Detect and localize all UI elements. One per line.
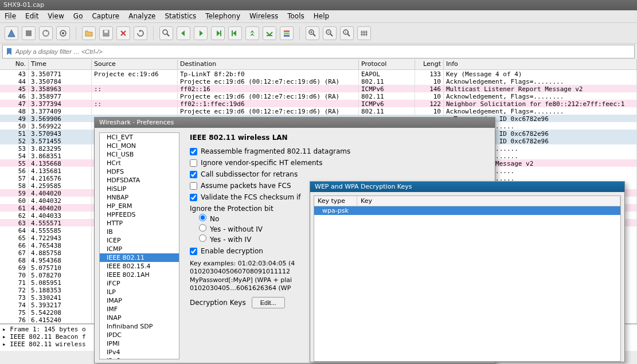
cb-enable-decryption[interactable] <box>190 248 197 255</box>
menu-statistics[interactable]: Statistics <box>165 12 196 21</box>
protocol-item[interactable]: IEEE 802.1AH <box>100 271 179 279</box>
packet-row[interactable]: 443.350784Projecte_ec:19:d6 (00:12:e7:ec… <box>0 77 637 85</box>
filter-bookmark-icon[interactable] <box>5 48 13 56</box>
protocol-item[interactable]: HPFEEDS <box>100 210 179 219</box>
protocol-item[interactable]: IPMI <box>100 339 179 348</box>
save-file-icon[interactable] <box>99 26 113 40</box>
svg-point-6 <box>163 30 167 34</box>
find-icon[interactable] <box>159 26 173 40</box>
menu-wireless[interactable]: Wireless <box>249 12 278 21</box>
svg-line-15 <box>313 34 315 36</box>
keys-col-key[interactable]: Key <box>357 196 620 206</box>
protocol-item[interactable]: IPv6 <box>100 357 179 359</box>
menu-go[interactable]: Go <box>73 12 83 21</box>
col-header-destination[interactable]: Destination <box>178 60 359 69</box>
preferences-titlebar: Wireshark · Preferences <box>95 118 495 128</box>
go-to-packet-icon[interactable] <box>211 26 225 40</box>
decryption-keys-dialog: WEP and WPA Decryption Keys Key type Key… <box>310 181 625 362</box>
radio-protection-no[interactable] <box>199 214 206 221</box>
protocol-item[interactable]: HCI_MON <box>100 142 179 150</box>
keys-row-type: wpa-psk <box>314 206 357 215</box>
protocol-item[interactable]: HCI_USB <box>100 150 179 159</box>
protocol-item[interactable]: IPv4 <box>100 348 179 357</box>
protocol-item[interactable]: ILP <box>100 288 179 296</box>
cb-subdissector[interactable] <box>190 171 197 178</box>
protocol-item[interactable]: iFCP <box>100 279 179 288</box>
menu-help[interactable]: Help <box>314 12 329 21</box>
packet-row[interactable]: 453.358963::ff02::16ICMPv6146Multicast L… <box>0 85 637 92</box>
reload-icon[interactable] <box>134 26 147 40</box>
cb-ignore-ht[interactable] <box>190 159 197 167</box>
protocol-item[interactable]: Infiniband SDP <box>100 322 179 331</box>
decryption-keys-titlebar: WEP and WPA Decryption Keys <box>310 182 624 192</box>
keys-col-type[interactable]: Key type <box>314 196 357 206</box>
capture-stop-icon[interactable] <box>22 26 36 40</box>
resize-columns-icon[interactable] <box>357 26 371 40</box>
protocol-item[interactable]: HTTP <box>100 219 179 228</box>
toolbar: 1:1 <box>0 23 637 44</box>
col-header-protocol[interactable]: Protocol <box>359 60 415 69</box>
menu-tools[interactable]: Tools <box>287 12 304 21</box>
open-file-icon[interactable] <box>82 26 96 40</box>
radio-protection-iv[interactable] <box>199 234 206 242</box>
col-header-length[interactable]: Lengt <box>415 60 444 69</box>
go-forward-icon[interactable] <box>194 26 208 40</box>
menu-analyze[interactable]: Analyze <box>128 12 155 21</box>
col-header-info[interactable]: Info <box>444 60 637 69</box>
colorize-icon[interactable] <box>280 26 294 40</box>
menu-capture[interactable]: Capture <box>92 12 119 21</box>
protocol-item[interactable]: INAP <box>100 314 179 322</box>
radio-protection-noiv[interactable] <box>199 224 206 232</box>
menu-file[interactable]: File <box>5 12 16 21</box>
protocol-item[interactable]: HCrt <box>100 159 179 167</box>
capture-options-icon[interactable] <box>56 26 70 40</box>
cb-validate-fcs[interactable] <box>190 194 197 201</box>
protocol-item[interactable]: HP_ERM <box>100 202 179 210</box>
go-last-icon[interactable] <box>245 26 259 40</box>
menu-view[interactable]: View <box>48 12 64 21</box>
auto-scroll-icon[interactable] <box>263 26 276 40</box>
menu-edit[interactable]: Edit <box>25 12 38 21</box>
col-header-source[interactable]: Source <box>92 60 178 69</box>
protocol-item[interactable]: ICEP <box>100 236 179 245</box>
packet-row[interactable]: 473.377394::ff02::1:ffec:19d6ICMPv6122Ne… <box>0 100 637 107</box>
protocol-item[interactable]: IEEE 802.15.4 <box>100 262 179 271</box>
protocol-item[interactable]: HDFS <box>100 167 179 176</box>
packet-row[interactable]: 433.350771Projecte_ec:19:d6Tp-LinkT_8f:2… <box>0 70 637 77</box>
zoom-reset-icon[interactable]: 1:1 <box>340 26 354 40</box>
edit-keys-button[interactable]: Edit... <box>252 297 285 308</box>
packet-row[interactable]: 463.358977Projecte_ec:19:d6 (00:12:e7:ec… <box>0 92 637 100</box>
protocol-item[interactable]: IMAP <box>100 296 179 305</box>
protocol-item[interactable]: IB <box>100 228 179 236</box>
cb-reassemble[interactable] <box>190 148 197 155</box>
prefs-heading: IEEE 802.11 wireless LAN <box>190 134 487 142</box>
zoom-out-icon[interactable] <box>323 26 337 40</box>
protocol-item[interactable]: IMF <box>100 305 179 314</box>
display-filter-bar <box>2 45 635 58</box>
protocol-item[interactable]: HNBAP <box>100 193 179 202</box>
svg-rect-12 <box>284 33 290 34</box>
svg-point-3 <box>62 32 64 34</box>
packet-row[interactable]: 483.377409Projecte_ec:19:d6 (00:12:e7:ec… <box>0 107 637 115</box>
zoom-in-icon[interactable] <box>306 26 319 40</box>
protocol-item[interactable]: HDFSDATA <box>100 176 179 185</box>
protocol-item[interactable]: ICMP <box>100 245 179 253</box>
menu-telephony[interactable]: Telephony <box>205 12 240 21</box>
window-titlebar: SHX9-01.cap <box>0 0 637 10</box>
capture-start-icon[interactable] <box>5 26 18 40</box>
protocol-item[interactable]: HCI_EVT <box>100 133 179 142</box>
keys-row-key <box>357 206 620 215</box>
protocol-item[interactable]: IPDC <box>100 331 179 339</box>
protocol-item[interactable]: IEEE 802.11 <box>100 253 179 262</box>
capture-restart-icon[interactable] <box>39 26 53 40</box>
col-header-time[interactable]: Time <box>29 60 92 69</box>
cb-assume-fcs[interactable] <box>190 182 197 190</box>
keys-row[interactable]: wpa-psk <box>314 206 620 215</box>
col-header-no[interactable]: No. <box>0 60 29 69</box>
preferences-protocol-list[interactable]: HCI_EVTHCI_MONHCI_USBHCrtHDFSHDFSDATAHiS… <box>99 132 179 359</box>
go-first-icon[interactable] <box>228 26 242 40</box>
display-filter-input[interactable] <box>15 48 632 55</box>
close-file-icon[interactable] <box>116 26 130 40</box>
go-back-icon[interactable] <box>177 26 190 40</box>
protocol-item[interactable]: HiSLIP <box>100 185 179 193</box>
